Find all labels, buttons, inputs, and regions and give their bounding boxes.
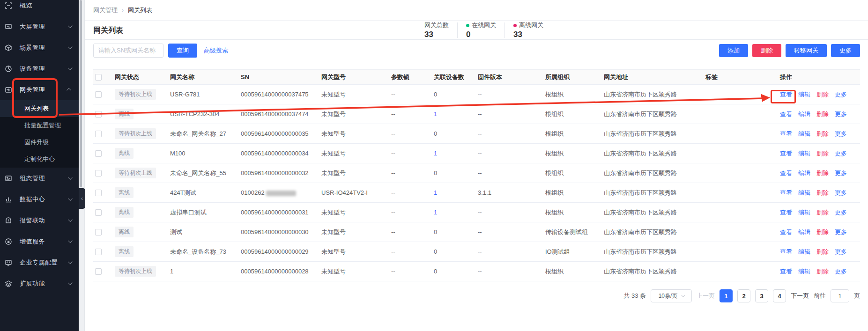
sidebar-item-label: 报警联动 (20, 216, 45, 225)
search-input[interactable] (93, 44, 163, 58)
sidebar-item-datacenter[interactable]: 数据中心 (0, 189, 79, 210)
delete-link[interactable]: 删除 (816, 150, 829, 157)
sidebar-item-batch-config[interactable]: 批量配置管理 (0, 117, 79, 134)
sidebar-item-firmware-upgrade[interactable]: 固件升级 (0, 134, 79, 151)
sidebar-item-bigscreen[interactable]: 大屏管理 (0, 16, 79, 37)
edit-link[interactable]: 编辑 (798, 169, 810, 177)
more-link[interactable]: 更多 (835, 91, 847, 98)
page-number-button[interactable]: 3 (755, 289, 768, 302)
gateway-submenu: 网关列表 批量配置管理 固件升级 定制化中心 (0, 100, 79, 168)
delete-link[interactable]: 删除 (816, 209, 829, 216)
transfer-gateway-button[interactable]: 转移网关 (786, 44, 827, 57)
cell-device-count[interactable]: 1 (434, 189, 437, 196)
sidebar-item-customization-center[interactable]: 定制化中心 (0, 151, 79, 168)
more-link[interactable]: 更多 (835, 130, 847, 137)
delete-link[interactable]: 删除 (816, 130, 829, 137)
sidebar-scrollbar-thumb[interactable] (80, 0, 82, 187)
more-link[interactable]: 更多 (835, 189, 847, 196)
page-size-select[interactable]: 10条/页 (651, 289, 692, 302)
select-all-checkbox[interactable] (95, 74, 102, 81)
sidebar-item-label: 扩展功能 (20, 280, 45, 288)
row-checkbox[interactable] (95, 249, 102, 255)
gateway-table: 网关状态网关名称SN网关型号参数锁关联设备数固件版本所属组织网关地址标签操作 等… (93, 69, 860, 281)
view-link[interactable]: 查看 (780, 130, 792, 137)
column-header: 固件版本 (477, 70, 544, 85)
chevron-down-icon (68, 217, 73, 222)
view-link[interactable]: 查看 (780, 189, 792, 196)
delete-link[interactable]: 删除 (816, 110, 829, 118)
row-checkbox[interactable] (95, 131, 102, 137)
cell-sn: 00059614000000000034 (240, 144, 320, 163)
edit-link[interactable]: 编辑 (798, 228, 810, 235)
goto-suffix: 页 (854, 292, 860, 300)
more-link[interactable]: 更多 (835, 169, 847, 177)
sidebar-item-device[interactable]: 设备管理 (0, 58, 79, 79)
sidebar-item-label: 组态管理 (20, 174, 45, 183)
view-link[interactable]: 查看 (780, 248, 792, 255)
sidebar-item-topology[interactable]: 组态管理 (0, 168, 79, 189)
view-link[interactable]: 查看 (780, 228, 792, 235)
page-number-button[interactable]: 2 (737, 289, 750, 302)
sidebar-item-overview[interactable]: 概览 (0, 0, 79, 16)
view-link[interactable]: 查看 (780, 110, 792, 118)
delete-link[interactable]: 删除 (816, 91, 829, 98)
delete-link[interactable]: 删除 (816, 228, 829, 235)
more-link[interactable]: 更多 (835, 150, 847, 157)
cell-device-count[interactable]: 1 (434, 209, 437, 216)
view-link[interactable]: 查看 (780, 150, 792, 157)
sidebar-item-extension[interactable]: 扩展功能 (0, 273, 79, 294)
row-checkbox[interactable] (95, 91, 102, 98)
query-button[interactable]: 查询 (168, 44, 197, 58)
edit-link[interactable]: 编辑 (798, 110, 810, 118)
more-link[interactable]: 更多 (835, 228, 847, 235)
row-checkbox[interactable] (95, 190, 102, 196)
page-number-button[interactable]: 1 (720, 289, 733, 302)
sidebar-collapse-handle[interactable]: ‹ (79, 188, 85, 209)
sidebar-item-alarm[interactable]: 报警联动 (0, 210, 79, 231)
row-checkbox[interactable] (95, 268, 102, 275)
breadcrumb-parent[interactable]: 网关管理 (93, 6, 118, 15)
table-header-row: 网关状态网关名称SN网关型号参数锁关联设备数固件版本所属组织网关地址标签操作 (93, 70, 860, 85)
cell-device-count[interactable]: 1 (434, 150, 437, 157)
view-link[interactable]: 查看 (780, 209, 792, 216)
advanced-search-link[interactable]: 高级搜索 (204, 46, 228, 55)
sidebar-item-vas[interactable]: 增值服务 (0, 231, 79, 252)
delete-link[interactable]: 删除 (816, 169, 829, 177)
row-checkbox[interactable] (95, 229, 102, 235)
sidebar-item-gateway-list[interactable]: 网关列表 (0, 100, 79, 117)
view-link[interactable]: 查看 (780, 91, 792, 98)
row-checkbox[interactable] (95, 150, 102, 157)
edit-link[interactable]: 编辑 (798, 189, 810, 196)
more-link[interactable]: 更多 (835, 248, 847, 255)
row-checkbox[interactable] (95, 111, 102, 118)
row-checkbox[interactable] (95, 209, 102, 216)
more-button[interactable]: 更多 (831, 44, 860, 57)
edit-link[interactable]: 编辑 (798, 209, 810, 216)
edit-link[interactable]: 编辑 (798, 248, 810, 255)
more-link[interactable]: 更多 (835, 110, 847, 118)
page-number-button[interactable]: 4 (773, 289, 786, 302)
sidebar-scrollbar-track[interactable] (79, 0, 85, 331)
delete-link[interactable]: 删除 (816, 268, 829, 275)
add-button[interactable]: 添加 (719, 44, 748, 57)
sidebar-item-enterprise[interactable]: 企业专属配置 (0, 252, 79, 273)
edit-link[interactable]: 编辑 (798, 150, 810, 157)
row-checkbox[interactable] (95, 170, 102, 177)
cell-device-count[interactable]: 1 (434, 110, 437, 118)
delete-button[interactable]: 删除 (752, 44, 781, 57)
delete-link[interactable]: 删除 (816, 189, 829, 196)
edit-link[interactable]: 编辑 (798, 130, 810, 137)
prev-page-button[interactable]: 上一页 (697, 292, 715, 300)
more-link[interactable]: 更多 (835, 268, 847, 275)
next-page-button[interactable]: 下一页 (791, 292, 809, 300)
more-link[interactable]: 更多 (835, 209, 847, 216)
view-link[interactable]: 查看 (780, 169, 792, 177)
edit-link[interactable]: 编辑 (798, 268, 810, 275)
delete-link[interactable]: 删除 (816, 248, 829, 255)
sidebar-item-scene[interactable]: 场景管理 (0, 37, 79, 58)
sidebar-item-gateway[interactable]: 网关管理 (0, 79, 79, 100)
view-link[interactable]: 查看 (780, 268, 792, 275)
goto-page-input[interactable] (831, 289, 849, 302)
edit-link[interactable]: 编辑 (798, 91, 810, 98)
chevron-down-icon (68, 23, 73, 28)
